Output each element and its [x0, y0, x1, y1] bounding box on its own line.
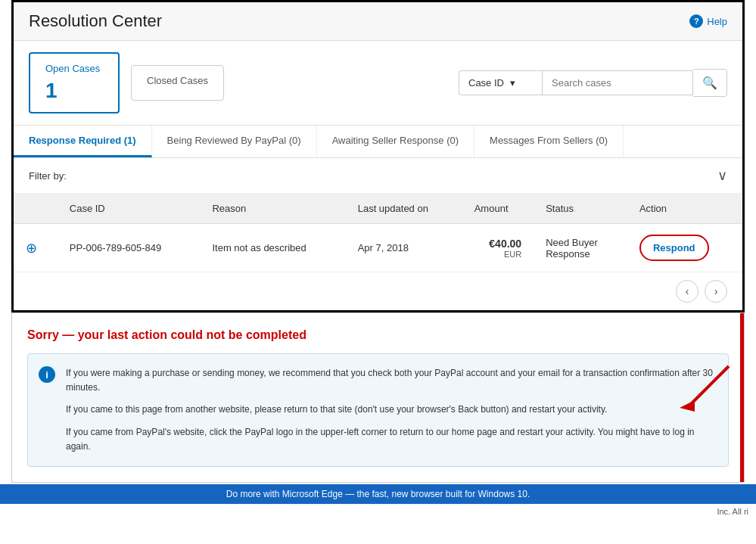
footer-text: Inc. All ri	[717, 507, 748, 516]
status-line2: Response	[546, 248, 590, 260]
svg-marker-1	[680, 400, 695, 412]
tabs-row: Response Required (1) Being Reviewed By …	[14, 125, 742, 158]
tab-awaiting-seller-label: Awaiting Seller Response	[332, 135, 447, 146]
cell-amount: €40.00 EUR	[462, 224, 534, 272]
expand-icon[interactable]: ⊕	[26, 241, 37, 256]
search-dropdown[interactable]: Case ID ▾	[459, 70, 542, 95]
amount-value: €40.00	[489, 238, 521, 250]
currency-value: EUR	[474, 250, 521, 259]
tab-awaiting-seller[interactable]: Awaiting Seller Response (0)	[317, 126, 474, 157]
cell-case-id: PP-006-789-605-849	[58, 224, 201, 272]
prev-page-button[interactable]: ‹	[676, 280, 698, 303]
cell-expand[interactable]: ⊕	[14, 224, 58, 272]
open-cases-card[interactable]: Open Cases 1	[29, 52, 120, 113]
chevron-down-icon: ▾	[510, 77, 515, 89]
tab-response-required[interactable]: Response Required (1)	[14, 126, 152, 157]
red-arrow-annotation	[638, 359, 736, 434]
help-link[interactable]: ? Help	[689, 14, 727, 28]
panel-title: Resolution Center	[29, 11, 162, 31]
col-expand	[14, 194, 58, 224]
svg-line-0	[691, 366, 729, 404]
search-button[interactable]: 🔍	[693, 69, 727, 97]
tab-messages-from-sellers[interactable]: Messages From Sellers (0)	[474, 126, 624, 157]
open-cases-count: 1	[45, 79, 103, 103]
search-area: Case ID ▾ 🔍	[459, 69, 727, 97]
cards-search-row: Open Cases 1 Closed Cases Case ID ▾ 🔍	[14, 41, 742, 125]
error-section: Sorry — your last action could not be co…	[11, 312, 745, 483]
tab-response-required-count: (1)	[124, 135, 136, 146]
error-paragraph-3: If you came from PayPal's website, click…	[66, 425, 716, 454]
open-cases-label: Open Cases	[45, 63, 103, 74]
respond-button[interactable]: Respond	[639, 235, 709, 261]
browser-bar: Do more with Microsoft Edge — the fast, …	[0, 484, 756, 504]
filter-row[interactable]: Filter by: ∨	[14, 158, 742, 194]
search-dropdown-label: Case ID	[468, 77, 504, 89]
info-icon: i	[39, 366, 55, 383]
tab-being-reviewed[interactable]: Being Reviewed By PayPal (0)	[152, 126, 317, 157]
chevron-down-icon: ∨	[717, 167, 727, 184]
help-label: Help	[707, 16, 727, 27]
tab-response-required-label: Response Required	[29, 135, 124, 146]
cases-table: Case ID Reason Last updated on Amount St…	[14, 194, 742, 272]
cell-status: Need Buyer Response	[534, 224, 627, 272]
page-wrapper: Resolution Center ? Help Open Cases 1 Cl…	[0, 0, 756, 544]
case-id-value: PP-006-789-605-849	[70, 242, 161, 253]
col-status: Status	[534, 194, 627, 224]
pagination-row: ‹ ›	[14, 272, 742, 310]
tab-being-reviewed-count: (0)	[289, 135, 301, 146]
col-case-id: Case ID	[58, 194, 201, 224]
tab-messages-count: (0)	[596, 135, 608, 146]
cell-reason: Item not as described	[200, 224, 345, 272]
filter-label: Filter by:	[29, 170, 67, 182]
error-title: Sorry — your last action could not be co…	[27, 328, 729, 342]
cell-action: Respond	[627, 224, 742, 272]
closed-cases-label: Closed Cases	[147, 75, 208, 86]
footer: Inc. All ri	[0, 504, 756, 519]
panel-header: Resolution Center ? Help	[14, 2, 742, 41]
cell-last-updated: Apr 7, 2018	[346, 224, 462, 272]
tab-awaiting-seller-count: (0)	[446, 135, 459, 146]
error-paragraph-1: If you were making a purchase or sending…	[66, 366, 716, 395]
help-icon: ?	[689, 14, 703, 28]
browser-bar-text: Do more with Microsoft Edge — the fast, …	[226, 489, 530, 499]
error-info-box: i If you were making a purchase or sendi…	[27, 353, 729, 467]
reason-value: Item not as described	[212, 242, 306, 253]
col-action: Action	[627, 194, 742, 224]
status-line1: Need Buyer	[546, 237, 598, 248]
right-border-annotation	[740, 313, 744, 482]
closed-cases-card[interactable]: Closed Cases	[131, 65, 224, 101]
tab-messages-label: Messages From Sellers	[490, 135, 596, 146]
next-page-button[interactable]: ›	[705, 280, 727, 303]
col-amount: Amount	[462, 194, 534, 224]
col-reason: Reason	[200, 194, 345, 224]
col-last-updated: Last updated on	[346, 194, 462, 224]
resolution-panel: Resolution Center ? Help Open Cases 1 Cl…	[11, 0, 745, 312]
search-icon: 🔍	[702, 76, 717, 89]
last-updated-value: Apr 7, 2018	[358, 242, 409, 253]
tab-being-reviewed-label: Being Reviewed By PayPal	[167, 135, 289, 146]
search-input[interactable]	[542, 70, 693, 95]
table-header-row: Case ID Reason Last updated on Amount St…	[14, 194, 742, 224]
error-paragraph-2: If you came to this page from another we…	[66, 403, 716, 417]
table-row: ⊕ PP-006-789-605-849 Item not as describ…	[14, 224, 742, 272]
